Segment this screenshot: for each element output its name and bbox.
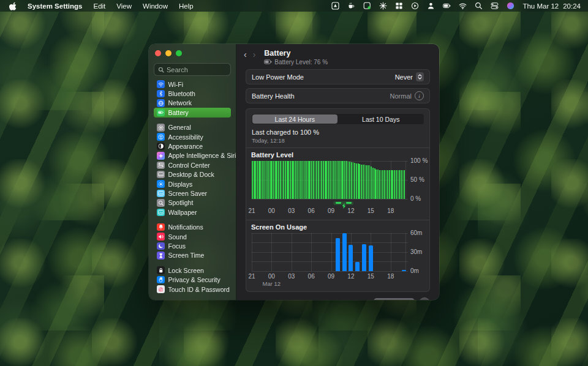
play-circle-icon[interactable] [411,2,419,10]
tab-last-10-days[interactable]: Last 10 Days [339,114,424,124]
sidebar-item-wallpaper[interactable]: Wallpaper [154,207,231,217]
sparkle-icon [157,152,165,160]
tab-last-24-hours[interactable]: Last 24 Hours [252,114,337,124]
battery-bar [285,161,286,199]
sidebar-item-lock-screen[interactable]: Lock Screen [154,266,231,275]
battery-bar [313,161,314,199]
sidebar-item-focus[interactable]: Focus [154,241,231,250]
battery-bar [398,170,399,199]
options-button[interactable]: Options… [374,298,415,301]
battery-health-value: Normal [390,92,412,100]
sidebar-item-network[interactable]: Network [154,99,231,108]
battery-bar [337,161,339,199]
battery-bar [300,161,301,199]
sidebar-item-control-center[interactable]: Control Center [154,160,231,170]
menu-clock[interactable]: Thu Mar 12 20:24 [522,2,581,10]
sidebar-item-sound[interactable]: Sound [154,232,231,241]
usage-bar [362,244,366,271]
battery-level-chart[interactable]: 100 %50 %0 %2100030609121518 [251,161,424,216]
info-icon[interactable]: i [415,91,424,100]
toggles-icon [157,162,165,170]
menu-app-name[interactable]: System Settings [28,2,82,10]
back-button[interactable]: ‹ [244,51,247,58]
dock-icon [157,171,165,179]
menu-item-help[interactable]: Help [179,2,194,10]
battery-icon[interactable] [443,2,451,10]
sidebar-item-screen-saver[interactable]: Screen Saver [154,189,231,198]
sidebar-item-screen-time[interactable]: Screen Time [154,251,231,260]
user-silhouette-icon[interactable] [427,2,435,10]
battery-bar [323,161,324,199]
battery-bar [359,164,360,199]
x-axis-label: 00 [268,273,275,280]
zoom-button[interactable] [176,50,182,56]
low-power-mode-label: Low Power Mode [252,73,304,81]
battery-bar [401,170,402,199]
minimize-button[interactable] [165,50,172,56]
sidebar-item-wi-fi[interactable]: Wi-Fi [154,80,231,89]
sidebar-item-displays[interactable]: Displays [154,179,231,189]
sidebar-item-general[interactable]: General [154,123,231,132]
usage-bar [336,238,340,271]
window-grid-icon[interactable] [395,2,403,10]
x-axis-label: 15 [368,207,374,214]
battery-bar [263,161,265,199]
battery-bar [386,170,387,199]
battery-bar [283,161,284,199]
forward-button[interactable]: › [253,51,256,58]
usage-bar [402,270,406,271]
sidebar-item-battery[interactable]: Battery [154,108,231,117]
gridline-h [252,261,408,262]
x-axis-label: 03 [288,273,295,280]
x-axis-sublabel: Mar 12 [263,280,281,287]
low-power-mode-select[interactable] [416,72,424,81]
menu-item-edit[interactable]: Edit [93,2,105,10]
sidebar-item-bluetooth[interactable]: Bluetooth [154,89,231,98]
control-center-icon[interactable] [491,2,499,10]
sidebar: Search Wi-FiBluetoothNetworkBatteryGener… [149,44,236,300]
help-button[interactable]: ? [419,297,430,300]
battery-bar [375,170,377,199]
x-axis-label: 21 [248,207,255,214]
usage-bar [342,233,347,271]
plot-area[interactable] [252,161,405,199]
battery-bar [290,161,291,199]
sidebar-item-touch-id-password[interactable]: Touch ID & Password [154,285,231,294]
sidebar-item-appearance[interactable]: Appearance [154,141,231,151]
search-placeholder: Search [167,66,188,73]
time-range-tabs: Last 24 Hours Last 10 Days [251,113,424,125]
sidebar-item-notifications[interactable]: Notifications [154,222,231,231]
apple-logo-icon[interactable] [9,2,17,10]
battery-bar [387,170,388,199]
siri-icon[interactable] [507,2,514,10]
x-axis-label: 12 [347,207,354,214]
menu-item-window[interactable]: Window [143,2,168,10]
app-box-badge-icon[interactable] [363,2,371,10]
sidebar-item-accessibility[interactable]: Accessibility [154,132,231,141]
charging-bolt-icon [342,200,346,211]
page-title: Battery [264,49,328,58]
search-input[interactable]: Search [154,63,231,76]
wifi-icon[interactable] [459,2,467,10]
sidebar-item-spotlight[interactable]: Spotlight [154,198,231,207]
charging-dash [336,202,341,204]
sidebar-item-label: Lock Screen [168,267,204,274]
starburst-icon[interactable] [379,2,387,10]
gridline-h [252,233,408,234]
close-button[interactable] [155,50,161,56]
plot-area[interactable] [252,233,405,271]
spotlight-icon[interactable] [475,2,483,10]
menu-item-view[interactable]: View [116,2,132,10]
app-shield-icon[interactable] [331,2,339,10]
screen-on-usage-chart[interactable]: 60m30m0m2100030609121518Mar 12 [251,233,424,288]
pane-footer: Options… ? [246,297,430,300]
sidebar-item-desktop-dock[interactable]: Desktop & Dock [154,170,231,179]
caffeine-cup-icon[interactable] [347,2,355,10]
sidebar-item-privacy-security[interactable]: Privacy & Security [154,275,231,284]
gridline-v [271,233,272,271]
battery-bar [301,161,303,199]
battery-bar [254,161,255,199]
sidebar-item-apple-intelligence-siri[interactable]: Apple Intelligence & Siri [154,151,231,160]
battery-bar [358,163,359,199]
battery-bar [295,161,296,199]
